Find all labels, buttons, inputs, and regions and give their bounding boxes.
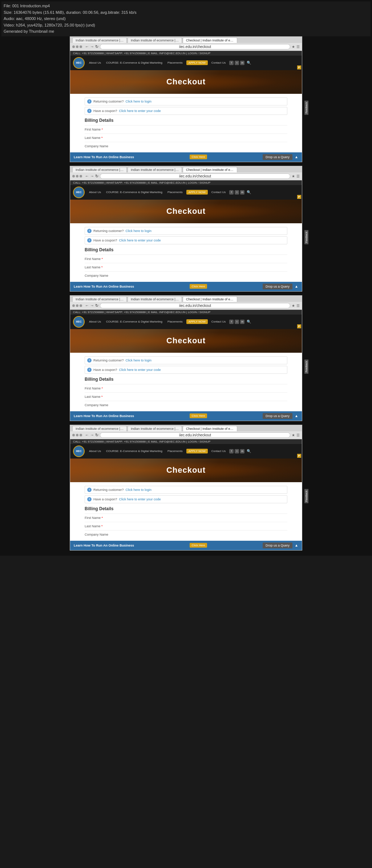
nav-search-1[interactable]: 🔍 bbox=[247, 61, 251, 65]
nav-apply-2[interactable]: APPLY NOW bbox=[186, 190, 208, 195]
banner-query-1[interactable]: Drop us a Query bbox=[263, 154, 292, 160]
feedback-tab-2[interactable]: Feedback bbox=[304, 230, 308, 244]
banner-close-4[interactable]: ▲ bbox=[295, 543, 298, 547]
nav-about-2[interactable]: About Us bbox=[88, 190, 102, 195]
coupon-link-3[interactable]: Click here to enter your code bbox=[119, 368, 161, 372]
nav-contact-2[interactable]: Contact Us bbox=[210, 190, 227, 195]
login-link-3[interactable]: Click here to login bbox=[126, 359, 152, 362]
banner-query-4[interactable]: Drop us a Query bbox=[263, 543, 292, 548]
nav-courses-1[interactable]: COURSE: E-Commerce & Digital Marketing bbox=[105, 60, 164, 65]
linkedin-icon-2[interactable]: in bbox=[240, 190, 244, 195]
nav-placements-3[interactable]: Placements bbox=[166, 319, 184, 324]
banner-link-1[interactable]: Click Here bbox=[190, 155, 207, 159]
banner-close-1[interactable]: ▲ bbox=[295, 155, 298, 159]
bookmark-icon[interactable]: ★ bbox=[292, 45, 295, 49]
browser-tab-1b[interactable]: Indian Institute of ecommerce | Learn E-… bbox=[128, 37, 182, 43]
refresh-icon-4[interactable]: ↻ bbox=[95, 433, 98, 437]
settings-icon-2[interactable]: ☰ bbox=[296, 174, 300, 178]
nav-about-4[interactable]: About Us bbox=[88, 449, 102, 453]
facebook-icon-1[interactable]: f bbox=[229, 61, 234, 65]
settings-icon-4[interactable]: ☰ bbox=[296, 433, 300, 437]
nav-search-2[interactable]: 🔍 bbox=[247, 190, 251, 194]
facebook-icon-3[interactable]: f bbox=[229, 320, 234, 324]
browser-tab-1a[interactable]: Indian Institute of ecommerce | Learn E-… bbox=[72, 37, 127, 43]
banner-query-3[interactable]: Drop us a Query bbox=[263, 413, 292, 419]
nav-about-1[interactable]: About Us bbox=[88, 60, 102, 65]
forward-icon-3[interactable]: → bbox=[90, 303, 94, 308]
nav-search-3[interactable]: 🔍 bbox=[247, 320, 251, 324]
refresh-icon[interactable]: ↻ bbox=[95, 44, 98, 49]
linkedin-icon-3[interactable]: in bbox=[240, 320, 244, 324]
feedback-tab-1[interactable]: Feedback bbox=[304, 101, 308, 115]
nav-placements-4[interactable]: Placements bbox=[166, 449, 184, 453]
banner-close-3[interactable]: ▲ bbox=[295, 414, 298, 418]
linkedin-icon-4[interactable]: in bbox=[240, 449, 244, 453]
settings-icon-3[interactable]: ☰ bbox=[296, 304, 300, 308]
login-link-2[interactable]: Click here to login bbox=[126, 229, 152, 233]
nav-contact-3[interactable]: Contact Us bbox=[210, 319, 227, 324]
login-link-1[interactable]: Click here to login bbox=[126, 100, 152, 103]
nav-apply-4[interactable]: APPLY NOW bbox=[186, 449, 208, 453]
linkedin-icon-1[interactable]: in bbox=[240, 61, 244, 65]
browser-tab-2c[interactable]: Checkout | Indian Institute of ecommerce bbox=[183, 167, 237, 172]
browser-tab-2b[interactable]: Indian Institute of ecommerce | Learn E-… bbox=[128, 167, 182, 172]
browser-tab-1c[interactable]: Checkout | Indian Institute of ecommerce bbox=[183, 37, 237, 43]
coupon-link-2[interactable]: Click here to enter your code bbox=[119, 239, 161, 242]
address-bar-4[interactable]: iiec.edu.in/checkout bbox=[100, 432, 290, 438]
banner-link-4[interactable]: Click Here bbox=[190, 543, 207, 548]
back-icon[interactable]: ← bbox=[85, 44, 89, 49]
facebook-icon-2[interactable]: f bbox=[229, 190, 234, 195]
nav-courses-3[interactable]: COURSE: E-Commerce & Digital Marketing bbox=[105, 319, 164, 324]
banner-link-3[interactable]: Click Here bbox=[190, 413, 207, 418]
bookmark-icon-2[interactable]: ★ bbox=[292, 174, 295, 178]
twitter-icon-1[interactable]: t bbox=[235, 61, 239, 65]
nav-courses-4[interactable]: COURSE: E-Commerce & Digital Marketing bbox=[105, 449, 164, 453]
login-link-4[interactable]: Click here to login bbox=[126, 488, 152, 492]
twitter-icon-4[interactable]: t bbox=[235, 449, 239, 453]
bookmark-icon-3[interactable]: ★ bbox=[292, 304, 295, 308]
dot-3c bbox=[80, 304, 82, 307]
browser-tab-2a[interactable]: Indian Institute of ecommerce | Learn E-… bbox=[72, 167, 127, 172]
banner-query-2[interactable]: Drop us a Query bbox=[263, 284, 292, 289]
coupon-link-4[interactable]: Click here to enter your code bbox=[119, 497, 161, 501]
back-icon-4[interactable]: ← bbox=[85, 433, 89, 437]
nav-contact-4[interactable]: Contact Us bbox=[210, 449, 227, 453]
info-icon-2b: i bbox=[87, 238, 92, 243]
nav-about-3[interactable]: About Us bbox=[88, 319, 102, 324]
forward-icon-4[interactable]: → bbox=[90, 433, 94, 437]
twitter-icon-2[interactable]: t bbox=[235, 190, 239, 195]
address-bar-1[interactable]: iiec.edu.in/checkout bbox=[100, 44, 290, 49]
banner-link-2[interactable]: Click Here bbox=[190, 284, 207, 289]
banner-close-2[interactable]: ▲ bbox=[295, 284, 298, 288]
browser-tab-4a[interactable]: Indian Institute of ecommerce | Learn E-… bbox=[72, 426, 127, 431]
address-bar-3[interactable]: iiec.edu.in/checkout bbox=[100, 303, 290, 308]
browser-tab-4b[interactable]: Indian Institute of ecommerce | Learn E-… bbox=[128, 426, 182, 431]
refresh-icon-3[interactable]: ↻ bbox=[95, 303, 98, 308]
feedback-tab-3[interactable]: Feedback bbox=[304, 360, 308, 374]
bookmark-icon-4[interactable]: ★ bbox=[292, 433, 295, 437]
nav-courses-2[interactable]: COURSE: E-Commerce & Digital Marketing bbox=[105, 190, 164, 195]
nav-apply-3[interactable]: APPLY NOW bbox=[186, 319, 208, 324]
facebook-icon-4[interactable]: f bbox=[229, 449, 234, 453]
browser-tab-3a[interactable]: Indian Institute of ecommerce | Learn E-… bbox=[72, 296, 127, 302]
nav-placements-1[interactable]: Placements bbox=[166, 60, 184, 65]
browser-tab-3b[interactable]: Indian Institute of ecommerce | Learn E-… bbox=[128, 296, 182, 302]
browser-tab-4c[interactable]: Checkout | Indian Institute of ecommerce bbox=[183, 426, 237, 431]
browser-tab-3c[interactable]: Checkout | Indian Institute of ecommerce bbox=[183, 296, 237, 302]
address-bar-2[interactable]: iiec.edu.in/checkout bbox=[100, 173, 290, 179]
settings-icon[interactable]: ☰ bbox=[296, 45, 300, 49]
nav-placements-2[interactable]: Placements bbox=[166, 190, 184, 195]
billing-title-1: Billing Details bbox=[85, 118, 287, 123]
back-icon-2[interactable]: ← bbox=[85, 174, 89, 179]
refresh-icon-2[interactable]: ↻ bbox=[95, 174, 98, 179]
nav-contact-1[interactable]: Contact Us bbox=[210, 60, 227, 65]
forward-icon-2[interactable]: → bbox=[90, 174, 94, 179]
nav-apply-1[interactable]: APPLY NOW bbox=[186, 60, 208, 65]
twitter-icon-3[interactable]: t bbox=[235, 320, 239, 324]
last-name-star-2: * bbox=[101, 265, 103, 269]
forward-icon[interactable]: → bbox=[90, 44, 94, 49]
coupon-link-1[interactable]: Click here to enter your code bbox=[119, 109, 161, 113]
nav-search-4[interactable]: 🔍 bbox=[247, 449, 251, 453]
back-icon-3[interactable]: ← bbox=[85, 303, 89, 308]
feedback-tab-4[interactable]: Feedback bbox=[304, 489, 308, 503]
